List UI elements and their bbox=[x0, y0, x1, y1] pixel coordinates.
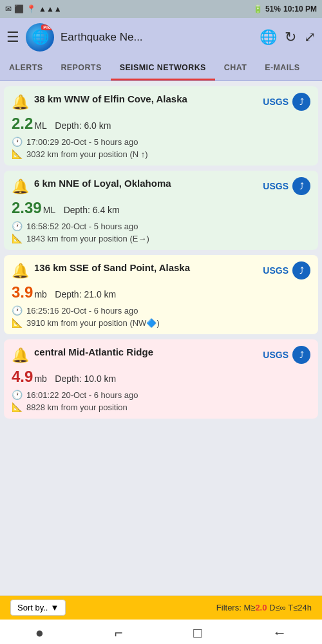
earthquake-icon-3: 🔔 bbox=[12, 263, 29, 279]
card-header-2: 🔔 6 km NNE of Loyal, Oklahoma USGS ⤴ bbox=[4, 171, 318, 199]
title-wrap-4: 🔔 central Mid-Atlantic Ridge bbox=[12, 346, 258, 364]
distance-row-3: 📐 3910 km from your position (NW🔷) bbox=[12, 317, 310, 328]
navigation-bar: ● ⌐ □ ← bbox=[0, 620, 322, 644]
header-actions: 🌐 ↻ ⤢ bbox=[260, 29, 316, 46]
clock-icon-3: 🕐 bbox=[12, 305, 23, 316]
bottom-bar: Sort by.. ▼ Filters: M≥2.0 D≤∞ T≤24h ● ⌐… bbox=[0, 595, 322, 644]
eq-location-2: 6 km NNE of Loyal, Oklahoma bbox=[34, 177, 171, 190]
sort-button[interactable]: Sort by.. ▼ bbox=[10, 600, 66, 616]
clock-icon-1: 🕐 bbox=[12, 137, 23, 147]
sort-label: Sort by.. bbox=[17, 603, 48, 612]
title-wrap-2: 🔔 6 km NNE of Loyal, Oklahoma bbox=[12, 177, 258, 195]
filter-bar: Sort by.. ▼ Filters: M≥2.0 D≤∞ T≤24h bbox=[0, 596, 322, 620]
notification-icon: ⬛ bbox=[14, 5, 24, 14]
card-body-1: 2.2ML Depth: 6.0 km 🕐 17:00:29 20-Oct - … bbox=[4, 115, 318, 166]
depth-1: Depth: 6.0 km bbox=[55, 120, 111, 131]
status-bar-right: 🔋 51% 10:10 PM bbox=[253, 5, 317, 14]
eq-time-1: 17:00:29 20-Oct - 5 hours ago bbox=[26, 137, 138, 147]
depth-3: Depth: 21.0 km bbox=[55, 289, 116, 299]
magnitude-value-3: 3.9mb bbox=[12, 283, 47, 301]
time-row-4: 🕐 16:01:22 20-Oct - 6 hours ago bbox=[12, 390, 310, 400]
title-wrap-3: 🔔 136 km SSE of Sand Point, Alaska bbox=[12, 261, 258, 279]
expand-icon[interactable]: ⤢ bbox=[304, 29, 316, 46]
magnitude-row-3: 3.9mb Depth: 21.0 km bbox=[12, 283, 310, 301]
eq-location-3: 136 km SSE of Sand Point, Alaska bbox=[34, 261, 190, 274]
status-bar-left: ✉ ⬛ 📍 ▲▲▲ bbox=[5, 5, 62, 14]
tab-emails[interactable]: E-MAILS bbox=[256, 57, 308, 80]
earthquake-card-2: 🔔 6 km NNE of Loyal, Oklahoma USGS ⤴ 2.3… bbox=[4, 171, 318, 250]
card-body-4: 4.9mb Depth: 10.0 km 🕐 16:01:22 20-Oct -… bbox=[4, 368, 318, 419]
compass-icon-3: 📐 bbox=[12, 317, 23, 328]
magnitude-row-2: 2.39ML Depth: 6.4 km bbox=[12, 199, 310, 217]
tab-seismic-networks[interactable]: SEISMIC NETWORKS bbox=[111, 57, 215, 80]
distance-row-1: 📐 3032 km from your position (N ↑) bbox=[12, 149, 310, 159]
signal-bars: ▲▲▲ bbox=[39, 5, 62, 14]
square-icon[interactable]: □ bbox=[193, 625, 202, 641]
recent-apps-icon[interactable]: ⌐ bbox=[115, 625, 123, 641]
earthquake-icon-2: 🔔 bbox=[12, 178, 29, 195]
eq-location-1: 38 km WNW of Elfin Cove, Alaska bbox=[34, 93, 187, 106]
mail-icon: ✉ bbox=[5, 5, 12, 14]
share-button-3[interactable]: ⤴ bbox=[292, 261, 310, 279]
filter-mag-value: 2.0 bbox=[255, 603, 267, 612]
header: ☰ 🌐 Pro Earthquake Ne... 🌐 ↻ ⤢ bbox=[0, 18, 322, 57]
battery-icon: 🔋 bbox=[253, 5, 263, 14]
pro-badge: Pro bbox=[41, 24, 53, 30]
magnitude-value-4: 4.9mb bbox=[12, 368, 47, 385]
menu-icon[interactable]: ☰ bbox=[6, 29, 19, 46]
share-button-1[interactable]: ⤴ bbox=[292, 93, 310, 111]
magnitude-row-1: 2.2ML Depth: 6.0 km bbox=[12, 115, 310, 133]
share-button-2[interactable]: ⤴ bbox=[292, 177, 310, 195]
source-wrap-2: USGS ⤴ bbox=[263, 177, 310, 195]
card-body-2: 2.39ML Depth: 6.4 km 🕐 16:58:52 20-Oct -… bbox=[4, 199, 318, 250]
eq-location-4: central Mid-Atlantic Ridge bbox=[34, 346, 153, 359]
eq-source-1: USGS bbox=[263, 97, 289, 107]
home-dot-icon[interactable]: ● bbox=[35, 625, 44, 641]
source-wrap-4: USGS ⤴ bbox=[263, 346, 310, 364]
tab-chat[interactable]: CHAT bbox=[215, 57, 256, 80]
location-icon: 📍 bbox=[26, 5, 36, 14]
app-logo: 🌐 Pro bbox=[26, 23, 54, 52]
filter-label: Filters: M≥ bbox=[216, 603, 256, 612]
compass-icon-4: 📐 bbox=[12, 402, 23, 412]
time-row-2: 🕐 16:58:52 20-Oct - 5 hours ago bbox=[12, 221, 310, 231]
card-body-3: 3.9mb Depth: 21.0 km 🕐 16:25:16 20-Oct -… bbox=[4, 283, 318, 334]
eq-distance-1: 3032 km from your position (N ↑) bbox=[26, 149, 148, 159]
card-header-1: 🔔 38 km WNW of Elfin Cove, Alaska USGS ⤴ bbox=[4, 86, 318, 115]
eq-time-3: 16:25:16 20-Oct - 6 hours ago bbox=[26, 306, 138, 316]
eq-distance-4: 8828 km from your position bbox=[26, 402, 128, 412]
time-row-1: 🕐 17:00:29 20-Oct - 5 hours ago bbox=[12, 137, 310, 147]
title-wrap-1: 🔔 38 km WNW of Elfin Cove, Alaska bbox=[12, 93, 258, 111]
globe-icon[interactable]: 🌐 bbox=[260, 29, 277, 46]
eq-source-3: USGS bbox=[263, 265, 289, 276]
earthquake-icon-1: 🔔 bbox=[12, 94, 29, 111]
tab-alerts[interactable]: ALERTS bbox=[0, 57, 52, 80]
earthquake-card-3: 🔔 136 km SSE of Sand Point, Alaska USGS … bbox=[4, 255, 318, 334]
filter-text: Filters: M≥2.0 D≤∞ T≤24h bbox=[216, 603, 312, 612]
earthquake-card-1: 🔔 38 km WNW of Elfin Cove, Alaska USGS ⤴… bbox=[4, 86, 318, 166]
depth-4: Depth: 10.0 km bbox=[55, 374, 116, 384]
share-button-4[interactable]: ⤴ bbox=[292, 346, 310, 364]
card-header-3: 🔔 136 km SSE of Sand Point, Alaska USGS … bbox=[4, 255, 318, 283]
back-icon[interactable]: ← bbox=[272, 625, 287, 641]
sort-chevron-icon: ▼ bbox=[50, 603, 59, 612]
eq-time-4: 16:01:22 20-Oct - 6 hours ago bbox=[26, 390, 138, 400]
eq-source-4: USGS bbox=[263, 350, 289, 360]
magnitude-value-1: 2.2ML bbox=[12, 115, 47, 132]
magnitude-row-4: 4.9mb Depth: 10.0 km bbox=[12, 368, 310, 386]
compass-icon-2: 📐 bbox=[12, 233, 23, 243]
magnitude-value-2: 2.39ML bbox=[12, 199, 55, 216]
earthquake-list: 🔔 38 km WNW of Elfin Cove, Alaska USGS ⤴… bbox=[0, 81, 322, 457]
distance-row-2: 📐 1843 km from your position (E→) bbox=[12, 233, 310, 243]
earthquake-icon-4: 🔔 bbox=[12, 347, 29, 364]
compass-icon-1: 📐 bbox=[12, 149, 23, 159]
clock-icon-4: 🕐 bbox=[12, 390, 23, 400]
card-header-4: 🔔 central Mid-Atlantic Ridge USGS ⤴ bbox=[4, 339, 318, 368]
eq-time-2: 16:58:52 20-Oct - 5 hours ago bbox=[26, 222, 138, 231]
tab-reports[interactable]: REPORTS bbox=[52, 57, 110, 80]
time-display: 10:10 PM bbox=[283, 5, 317, 14]
refresh-icon[interactable]: ↻ bbox=[285, 29, 296, 46]
battery-percent: 51% bbox=[265, 5, 281, 14]
earthquake-card-4: 🔔 central Mid-Atlantic Ridge USGS ⤴ 4.9m… bbox=[4, 339, 318, 419]
eq-source-2: USGS bbox=[263, 181, 289, 191]
